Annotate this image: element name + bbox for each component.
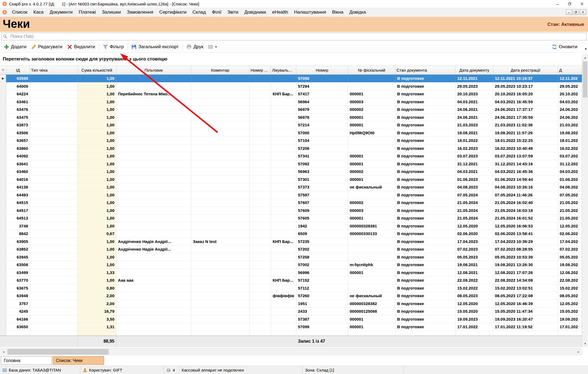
export-button[interactable]: Загальний експорт — [129, 43, 181, 51]
column-header-number2[interactable]: Номер ... — [249, 66, 271, 74]
menu-zamovlennia[interactable]: Замовлення — [124, 8, 156, 17]
add-button[interactable]: Додати — [2, 43, 29, 51]
table-row[interactable]: 641381,0057373не фискальныйВ подготовке0… — [0, 183, 582, 191]
mdi-close-icon[interactable] — [580, 10, 586, 15]
refresh-dropdown-caret[interactable]: ▾ — [585, 47, 587, 51]
column-header-number[interactable]: Номер — [296, 66, 348, 74]
table-row[interactable]: 639482,00фівфівфів57260не фискальныйВ по… — [0, 292, 582, 300]
restore-icon[interactable] — [563, 0, 576, 8]
menu-spysok[interactable]: Список — [9, 8, 31, 17]
table-row[interactable]: 640161,0057301000001В подготовке01.06.20… — [0, 176, 582, 184]
menu-filii[interactable]: Філії — [209, 8, 224, 17]
column-header-quantity-sum[interactable]: Сума кількостей — [78, 66, 116, 74]
horizontal-scrollbar-thumb[interactable] — [7, 349, 109, 355]
scroll-left-button[interactable]: ◂ — [0, 348, 7, 355]
table-row[interactable]: 636571,0057104В подготовке18.01.202218.0… — [0, 137, 582, 145]
table-row[interactable]: 638521,00Андріченко Надія Андрії...57202… — [0, 245, 582, 253]
summary-spacer — [0, 336, 78, 347]
table-row[interactable]: 634761,0056979000002В подготовке24.06.20… — [0, 106, 582, 114]
column-header-comment[interactable]: Коментар — [191, 66, 249, 74]
cell: 16,79 — [78, 308, 116, 315]
table-row[interactable]: 635081,0057002m-fqcnItphkВ подготовке19.… — [0, 261, 582, 269]
table-row[interactable]: 640091,0057294В подготовке29.05.202329.0… — [0, 83, 582, 90]
table-row[interactable]: 636750,8057112В подготовке15.02.202215.0… — [0, 284, 582, 292]
column-header-date-cut[interactable]: Д — [558, 66, 582, 74]
refresh-button[interactable]: Оновити — [550, 43, 580, 51]
table-row[interactable]: 636501,3157099000001В подготовке17.01.20… — [0, 323, 582, 331]
table-row[interactable]: 641663,5057387000001В подготовке19.09.20… — [0, 315, 582, 323]
column-header-fiscal[interactable]: № фіскальний — [348, 66, 395, 74]
delete-button[interactable]: Видалити — [65, 43, 98, 51]
menu-ehealth[interactable]: eHealth — [269, 8, 291, 17]
column-header-check-type[interactable]: Тип чека — [30, 66, 78, 74]
print-button[interactable]: Друк — [184, 43, 206, 51]
cell — [249, 253, 271, 261]
scroll-right-button[interactable]: ▸ — [575, 348, 582, 355]
cell: 3,50 — [78, 315, 116, 323]
vertical-scrollbar-thumb[interactable] — [583, 62, 587, 98]
column-header-reg-date[interactable]: Дата реєстрації — [493, 66, 558, 74]
table-row[interactable]: 634751,0056978000001В подготовке24.06.20… — [0, 114, 582, 121]
edit-button[interactable]: Редагувати — [29, 43, 65, 51]
table-row[interactable]: 640921,0057341000001В подготовке03.07.20… — [0, 152, 582, 160]
table-row[interactable]: 645131,0057605000001В подготовке21.05.20… — [0, 214, 582, 222]
mdi-minimize-icon[interactable] — [566, 10, 572, 15]
group-by-panel[interactable]: Перетягніть заголовок колонки сюди для у… — [0, 53, 588, 66]
cell: 1,00 — [78, 168, 116, 175]
search-input[interactable] — [9, 34, 586, 39]
column-header-doc-date[interactable]: Дата документу — [456, 66, 493, 74]
row-marker — [0, 137, 6, 144]
column-header-beneficiary[interactable]: Пільговик — [116, 66, 191, 74]
cell — [30, 152, 78, 160]
scroll-up-button[interactable]: ▴ — [582, 54, 588, 61]
table-row[interactable]: 644931,0057597В подготовке07.05.202407.0… — [0, 191, 582, 199]
table-row[interactable]: 645171,0057609000003В подготовке21.05.20… — [0, 207, 582, 215]
table-row[interactable]: 37481,001942000000328381В подготовке12.0… — [0, 222, 582, 230]
cell — [348, 276, 395, 284]
menu-zvity[interactable]: Звіти — [224, 8, 241, 17]
filter-button[interactable]: Фільтр — [100, 43, 126, 51]
table-row[interactable]: 638601,0057206В подготовке16.02.202316.0… — [0, 145, 582, 153]
table-row[interactable]: 424516,792433000000125068В подготовке15.… — [0, 308, 582, 315]
cell — [116, 199, 191, 206]
minimize-icon[interactable] — [551, 0, 563, 8]
tab-holovna[interactable]: Головна — [1, 356, 52, 365]
column-header-doc-state[interactable]: Стан документа — [395, 66, 456, 74]
scroll-down-button[interactable]: ▾ — [582, 340, 588, 347]
horizontal-scrollbar[interactable]: ◂ ▸ — [0, 348, 582, 355]
menu-sertyfikaty[interactable]: Сертифікати — [156, 8, 190, 17]
table-row[interactable]: ▶635981,0057056В подготовке12.11.202112.… — [0, 75, 582, 83]
table-row[interactable]: 634601,0056963000002В подготовке04.03.20… — [0, 168, 582, 176]
table-row[interactable]: 645151,0057607000002В подготовке21.05.20… — [0, 199, 582, 207]
menu-platezhi[interactable]: Платежі — [76, 8, 99, 17]
menu-dokumenty[interactable]: Документи — [47, 8, 76, 17]
table-row[interactable]: 88420,676509000000330133В подготовке02.0… — [0, 230, 582, 238]
cell: 2,00 — [78, 300, 116, 308]
cell — [493, 331, 558, 336]
table-row[interactable]: 642241,00Перебийнос Тетяна Міко...КНП Ба… — [0, 90, 582, 98]
table-row[interactable]: 637701,00Ааа аааКНП Бар...57152В подгото… — [0, 276, 582, 284]
menu-sklad[interactable]: Склад — [190, 8, 209, 17]
table-row[interactable]: 634991,3356996000001В подготовке12.08.20… — [0, 269, 582, 277]
table-row[interactable]: 634611,0056964000003В подготовке04.03.20… — [0, 98, 582, 106]
menu-dovidnyky[interactable]: Довідники — [241, 8, 269, 17]
menu-kasa[interactable]: Каса — [31, 8, 47, 17]
menu-zalyshky[interactable]: Залишки — [99, 8, 124, 17]
column-header-hospital[interactable]: Лікуваль... — [271, 66, 296, 74]
menu-vikna[interactable]: Вікна — [329, 8, 346, 17]
table-row[interactable]: 639051,00Андріченко Надія Андрії...Заказ… — [0, 238, 582, 246]
table-row[interactable]: 37572,001951000000328382В подготовке12.0… — [0, 300, 582, 308]
column-list-button[interactable]: ▾ — [206, 43, 219, 51]
table-row[interactable]: 638731,0057214000001В подготовке21.03.20… — [0, 121, 582, 129]
vertical-scrollbar[interactable]: ▴ ▾ — [582, 54, 588, 347]
column-header-id[interactable]: ІД — [6, 66, 30, 74]
menu-dovidka[interactable]: Довідка — [346, 8, 369, 17]
table-row[interactable]: 639451,0057258В подготовке05.05.202305.0… — [0, 253, 582, 261]
mdi-restore-icon[interactable] — [573, 10, 579, 15]
close-icon[interactable] — [576, 0, 588, 8]
cell: 20.10.2023 — [456, 90, 493, 98]
table-row[interactable]: 635061,0057000Hptl9kQ9Ot0В подготовке19.… — [0, 129, 582, 137]
menu-nalashtuvannia[interactable]: Налаштування — [291, 8, 329, 17]
table-row[interactable]: 636411,0057092000001В подготовке31.12.20… — [0, 160, 582, 168]
tab-spysok-cheky[interactable]: Список: Чеки — [53, 356, 104, 365]
